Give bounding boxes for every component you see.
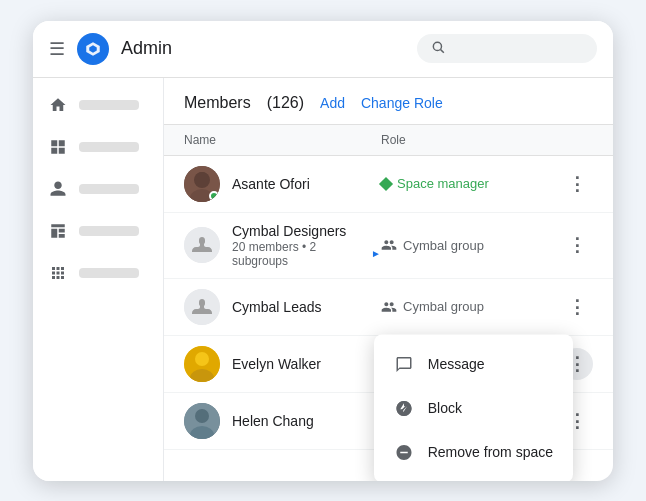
avatar	[184, 346, 220, 382]
sidebar-label	[79, 184, 139, 194]
sidebar-item-grid[interactable]	[33, 128, 155, 166]
member-name: Asante Ofori	[232, 176, 381, 192]
member-info: Asante Ofori	[232, 176, 381, 192]
app-title: Admin	[121, 38, 172, 59]
sidebar-label	[79, 142, 139, 152]
avatar	[184, 289, 220, 325]
table-row: Cymbal Designers 20 members • 2 subgroup…	[164, 213, 613, 279]
person-icon	[49, 180, 67, 198]
table-header: Name Role	[164, 124, 613, 156]
sidebar-item-layout[interactable]	[33, 212, 155, 250]
layout-icon	[49, 222, 67, 240]
role-text: Cymbal group	[403, 238, 484, 253]
member-info: Evelyn Walker	[232, 356, 381, 372]
menu-item-remove-label: Remove from space	[428, 444, 553, 460]
svg-point-8	[195, 352, 209, 366]
menu-item-block-label: Block	[428, 400, 462, 416]
col-action-header	[561, 133, 593, 147]
app-window: ☰ Admin	[33, 21, 613, 481]
members-title: Members	[184, 94, 251, 112]
context-menu: Message Block	[374, 334, 573, 481]
message-icon	[394, 354, 414, 374]
member-name: Cymbal Designers	[232, 223, 381, 239]
group-role-icon	[381, 237, 397, 253]
role-cell: Space manager	[381, 176, 561, 191]
role-cell: Cymbal group	[381, 299, 561, 315]
online-indicator	[209, 191, 219, 201]
sidebar-label	[79, 226, 139, 236]
menu-item-block[interactable]: Block	[374, 386, 573, 430]
member-info: Cymbal Designers 20 members • 2 subgroup…	[232, 223, 381, 268]
space-manager-icon	[379, 176, 393, 190]
sidebar	[33, 78, 163, 481]
apps-icon	[49, 264, 67, 282]
table-row: Evelyn Walker ⋮ Message	[164, 336, 613, 393]
content-area: Members (126) Add Change Role Name Role	[163, 78, 613, 481]
app-logo	[77, 33, 109, 65]
avatar	[184, 403, 220, 439]
hamburger-icon[interactable]: ☰	[49, 38, 65, 60]
role-text: Space manager	[397, 176, 489, 191]
search-icon	[431, 40, 445, 57]
svg-point-3	[195, 172, 209, 186]
col-name-header: Name	[184, 133, 381, 147]
expand-icon[interactable]: ►	[371, 248, 381, 259]
members-header: Members (126) Add Change Role	[164, 78, 613, 124]
row-action-button[interactable]: ⋮	[561, 291, 593, 323]
home-icon	[49, 96, 67, 114]
sidebar-item-apps[interactable]	[33, 254, 155, 292]
role-text: Cymbal group	[403, 299, 484, 314]
menu-item-message-label: Message	[428, 356, 485, 372]
members-count: (126)	[267, 94, 304, 112]
sidebar-item-person[interactable]	[33, 170, 155, 208]
svg-point-11	[195, 409, 209, 423]
sidebar-item-home[interactable]	[33, 86, 155, 124]
table-row: Asante Ofori Space manager ⋮	[164, 156, 613, 213]
members-list: Asante Ofori Space manager ⋮	[164, 156, 613, 481]
topbar: ☰ Admin	[33, 21, 613, 78]
search-input[interactable]	[453, 41, 593, 57]
grid-icon	[49, 138, 67, 156]
role-cell: Cymbal group	[381, 237, 561, 253]
main-layout: Members (126) Add Change Role Name Role	[33, 78, 613, 481]
col-role-header: Role	[381, 133, 561, 147]
row-action-button[interactable]: ⋮	[561, 168, 593, 200]
group-role-icon	[381, 299, 397, 315]
search-bar[interactable]	[417, 34, 597, 63]
svg-line-1	[441, 50, 444, 53]
table-row: Cymbal Leads Cymbal group ⋮	[164, 279, 613, 336]
member-name: Helen Chang	[232, 413, 381, 429]
member-info: Helen Chang	[232, 413, 381, 429]
menu-item-message[interactable]: Message	[374, 342, 573, 386]
member-name: Cymbal Leads	[232, 299, 381, 315]
row-action-button[interactable]: ⋮	[561, 229, 593, 261]
avatar	[184, 166, 220, 202]
member-info: Cymbal Leads	[232, 299, 381, 315]
member-name: Evelyn Walker	[232, 356, 381, 372]
remove-icon	[394, 442, 414, 462]
member-sub: 20 members • 2 subgroups ►	[232, 240, 381, 268]
sidebar-label	[79, 268, 139, 278]
svg-point-0	[433, 42, 441, 50]
block-icon	[394, 398, 414, 418]
sidebar-label	[79, 100, 139, 110]
avatar	[184, 227, 220, 263]
add-button[interactable]: Add	[320, 95, 345, 111]
menu-item-remove[interactable]: Remove from space	[374, 430, 573, 474]
change-role-button[interactable]: Change Role	[361, 95, 443, 111]
